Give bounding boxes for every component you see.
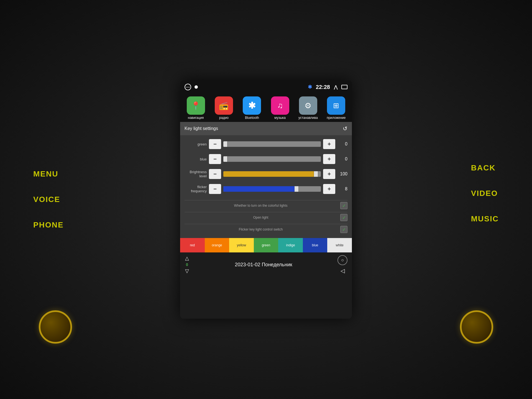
blue-slider-track[interactable] bbox=[223, 156, 321, 162]
apps-row: 📍 навигация 📻 радио ✱ Bluetooth ♫ музыка… bbox=[180, 94, 352, 122]
app-settings[interactable]: ⚙ устанавлива bbox=[296, 96, 320, 120]
brightness-slider-thumb bbox=[314, 171, 318, 177]
color-white[interactable]: white bbox=[327, 238, 352, 252]
color-indigo[interactable]: indige bbox=[278, 238, 303, 252]
brightness-slider-track[interactable] bbox=[223, 171, 321, 177]
flicker-label: flicker frequency bbox=[185, 185, 207, 193]
green-minus-btn[interactable]: − bbox=[209, 139, 221, 149]
right-knob[interactable] bbox=[460, 310, 493, 344]
app-radio[interactable]: 📻 радио bbox=[212, 96, 236, 120]
settings-header: Key light settings ↺ bbox=[180, 122, 352, 135]
flicker-slider-thumb bbox=[295, 186, 298, 192]
checkbox-section: Whether to turn on the colorful lights ✓… bbox=[180, 198, 352, 237]
app-nav[interactable]: 📍 навигация bbox=[184, 96, 208, 120]
left-knob[interactable] bbox=[39, 310, 72, 344]
green-value: 0 bbox=[337, 142, 347, 147]
color-swatches: red orange yellow green indige blue whit… bbox=[180, 238, 352, 252]
status-left: — bbox=[185, 84, 198, 90]
green-plus-btn[interactable]: + bbox=[323, 139, 335, 149]
color-green[interactable]: green bbox=[254, 238, 278, 252]
bluetooth-status-icon: ✱ bbox=[308, 84, 312, 90]
music-icon: ♫ bbox=[271, 96, 289, 115]
color-red[interactable]: red bbox=[180, 238, 205, 252]
flicker-minus-btn[interactable]: − bbox=[209, 184, 221, 194]
nav-label: навигация bbox=[188, 116, 204, 120]
settings-back-arrow[interactable]: ↺ bbox=[343, 125, 347, 132]
flicker-value: 8 bbox=[337, 186, 347, 191]
voice-label[interactable]: VOICE bbox=[33, 195, 64, 204]
status-bar: — ✱ 22:28 ⋀ bbox=[180, 80, 352, 94]
bluetooth-label: Bluetooth bbox=[245, 116, 259, 120]
chevron-up-icon: ⋀ bbox=[334, 85, 337, 90]
color-yellow[interactable]: yellow bbox=[229, 238, 254, 252]
green-label: green bbox=[185, 142, 207, 147]
bluetooth-icon: ✱ bbox=[243, 96, 261, 115]
colorful-lights-checkbox[interactable]: ✓ bbox=[340, 202, 347, 209]
music-label[interactable]: MUSIC bbox=[471, 214, 499, 223]
flicker-switch-label: Flicker key light control switch bbox=[185, 227, 337, 231]
blue-value: 0 bbox=[337, 157, 347, 162]
colorful-lights-row: Whether to turn on the colorful lights ✓ bbox=[185, 200, 347, 211]
time-display: 22:28 bbox=[316, 84, 330, 90]
left-controls: MENU VOICE PHONE bbox=[33, 170, 64, 229]
app-bluetooth[interactable]: ✱ Bluetooth bbox=[240, 96, 264, 120]
settings-panel: Key light settings ↺ green − + 0 blue − bbox=[180, 122, 352, 252]
brightness-slider-fill bbox=[223, 171, 316, 177]
brightness-value: 100 bbox=[337, 172, 347, 177]
video-label[interactable]: VIDEO bbox=[471, 189, 499, 198]
minus-button[interactable]: — bbox=[185, 84, 191, 90]
slider-section: green − + 0 blue − + 0 bbox=[180, 135, 352, 198]
screen-rect-icon bbox=[341, 85, 347, 89]
app-apps[interactable]: ⊞ приложение bbox=[324, 96, 348, 120]
open-light-label: Open light bbox=[185, 216, 337, 219]
back-label[interactable]: BACK bbox=[471, 163, 499, 172]
apps-label: приложение bbox=[327, 116, 346, 120]
down-arrow-btn[interactable]: ▽ bbox=[185, 267, 190, 275]
settings-title: Key light settings bbox=[185, 126, 218, 131]
circle-button[interactable]: ○ bbox=[337, 255, 347, 265]
brightness-slider-row: Brightness level − + 100 bbox=[185, 167, 347, 181]
settings-label: устанавлива bbox=[298, 116, 318, 120]
main-screen: — ✱ 22:28 ⋀ 📍 навигация 📻 радио ✱ Blueto… bbox=[180, 80, 352, 319]
open-light-row: Open light ✓ bbox=[185, 212, 347, 223]
green-slider-row: green − + 0 bbox=[185, 137, 347, 151]
brightness-label: Brightness level bbox=[185, 170, 207, 178]
brightness-plus-btn[interactable]: + bbox=[323, 169, 335, 179]
radio-label: радио bbox=[219, 116, 229, 120]
menu-label[interactable]: MENU bbox=[33, 170, 64, 178]
flicker-plus-btn[interactable]: + bbox=[323, 184, 335, 194]
flicker-slider-row: flicker frequency − + 8 bbox=[185, 182, 347, 196]
app-music[interactable]: ♫ музыка bbox=[268, 96, 292, 120]
date-time-display: 2023-01-02 Понедельник bbox=[235, 262, 292, 268]
color-orange[interactable]: orange bbox=[205, 238, 229, 252]
blue-slider-thumb bbox=[223, 156, 227, 162]
open-light-checkbox[interactable]: ✓ bbox=[340, 214, 347, 221]
blue-label: blue bbox=[185, 157, 207, 162]
flicker-switch-checkbox[interactable]: ✓ bbox=[340, 226, 347, 233]
apps-icon: ⊞ bbox=[327, 96, 345, 115]
flicker-slider-fill bbox=[223, 186, 296, 192]
up-arrow-btn[interactable]: △ bbox=[185, 255, 190, 262]
nav-counter: 0 bbox=[186, 262, 188, 267]
nav-icon: 📍 bbox=[187, 96, 205, 115]
right-controls: BACK VIDEO MUSIC bbox=[471, 163, 499, 223]
flicker-switch-row: Flicker key light control switch ✓ bbox=[185, 224, 347, 235]
music-app-label: музыка bbox=[274, 116, 286, 120]
nav-arrows: △ 0 ▽ bbox=[185, 255, 190, 275]
color-blue[interactable]: blue bbox=[303, 238, 328, 252]
back-nav-btn[interactable]: ◁ bbox=[341, 267, 345, 274]
flicker-slider-track[interactable] bbox=[223, 186, 321, 192]
status-right: ✱ 22:28 ⋀ bbox=[308, 84, 347, 90]
status-dot bbox=[195, 85, 198, 89]
settings-icon: ⚙ bbox=[299, 96, 317, 115]
blue-slider-row: blue − + 0 bbox=[185, 152, 347, 166]
phone-label[interactable]: PHONE bbox=[33, 221, 64, 229]
colorful-lights-label: Whether to turn on the colorful lights bbox=[185, 204, 337, 208]
green-slider-thumb bbox=[223, 141, 227, 147]
blue-plus-btn[interactable]: + bbox=[323, 154, 335, 164]
brightness-minus-btn[interactable]: − bbox=[209, 169, 221, 179]
green-slider-track[interactable] bbox=[223, 141, 321, 147]
blue-minus-btn[interactable]: − bbox=[209, 154, 221, 164]
radio-icon: 📻 bbox=[215, 96, 233, 115]
bottom-bar: △ 0 ▽ 2023-01-02 Понедельник ○ ◁ bbox=[180, 252, 352, 277]
